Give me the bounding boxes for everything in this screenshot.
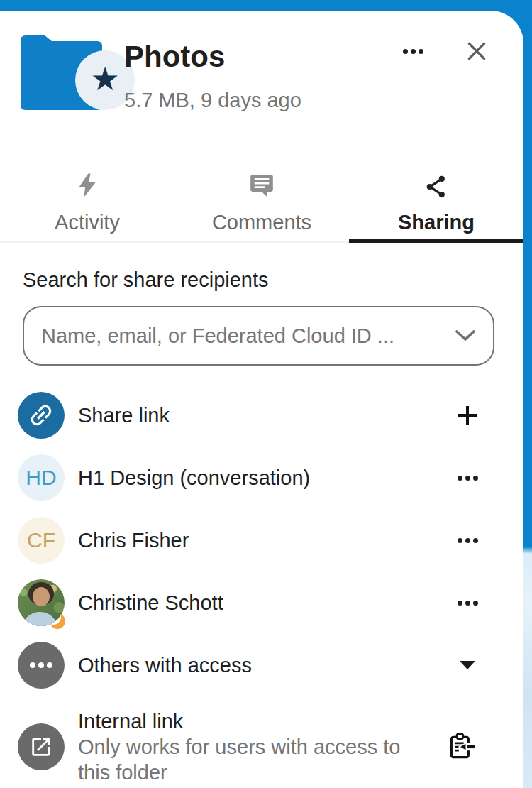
close-button[interactable]	[461, 35, 492, 67]
share-row-group[interactable]: HD H1 Design (conversation)	[0, 447, 523, 509]
share-row-label: Christine Schott	[78, 591, 457, 615]
share-row-user[interactable]: Christine Schott	[0, 571, 523, 634]
share-options-button[interactable]	[457, 538, 478, 543]
external-link-icon	[18, 723, 65, 770]
share-row-user[interactable]: CF Chris Fisher	[0, 509, 523, 571]
share-search-input[interactable]	[40, 324, 455, 349]
tab-sharing[interactable]: Sharing	[349, 160, 523, 241]
share-row-label: Chris Fisher	[78, 529, 457, 552]
share-row-link[interactable]: Share link	[0, 384, 523, 447]
file-title: Photos	[124, 40, 301, 73]
sidebar-header: ★ Photos 5.7 MB, 9 days ago	[0, 11, 523, 160]
share-options-button[interactable]	[457, 476, 478, 481]
tab-comments[interactable]: Comments	[174, 160, 349, 241]
lightning-icon	[74, 165, 100, 199]
ellipsis-icon	[458, 538, 478, 543]
ellipsis-icon	[30, 662, 52, 668]
actions-menu-button[interactable]	[397, 35, 428, 67]
share-link-icon	[18, 392, 65, 439]
ellipsis-icon	[458, 476, 478, 481]
tab-activity[interactable]: Activity	[0, 160, 174, 241]
share-icon	[423, 165, 449, 199]
expand-others-button[interactable]	[457, 661, 478, 669]
avatar-initials: CF	[18, 517, 65, 564]
share-options-button[interactable]	[457, 601, 478, 606]
share-search-box	[23, 306, 494, 366]
clipboard-copy-icon	[445, 730, 478, 763]
internal-link-row[interactable]: Internal link Only works for users with …	[0, 702, 523, 788]
share-row-label: Others with access	[78, 654, 457, 677]
copy-internal-link-button[interactable]	[445, 730, 478, 763]
folder-thumbnail: ★	[16, 35, 123, 111]
share-row-label: H1 Design (conversation)	[78, 466, 457, 490]
away-status-moon-icon	[48, 612, 67, 630]
comment-icon	[248, 165, 275, 199]
share-row-label: Share link	[78, 404, 457, 427]
internal-link-title: Internal link	[78, 708, 445, 734]
file-details-sidebar: ★ Photos 5.7 MB, 9 days ago Activity	[0, 11, 523, 788]
file-meta: 5.7 MB, 9 days ago	[124, 89, 301, 112]
internal-link-subtitle: Only works for users with access to this…	[78, 734, 433, 785]
search-recipients-label: Search for share recipients	[23, 268, 494, 292]
avatar-initials: HD	[18, 454, 65, 501]
chevron-down-icon[interactable]	[455, 329, 476, 342]
plus-icon	[457, 405, 478, 426]
others-with-access-row[interactable]: Others with access	[0, 634, 523, 696]
avatar-photo	[18, 579, 65, 626]
ellipsis-icon	[458, 601, 478, 606]
ellipsis-icon	[403, 49, 423, 54]
caret-down-icon	[460, 661, 475, 669]
share-list: Share link HD H1 Design (conversation) C…	[0, 384, 523, 788]
close-icon	[465, 39, 489, 63]
sidebar-tabs: Activity Comments Sharing	[0, 160, 523, 243]
star-icon: ★	[90, 62, 119, 95]
add-share-link-button[interactable]	[457, 405, 478, 426]
others-icon	[18, 642, 65, 689]
